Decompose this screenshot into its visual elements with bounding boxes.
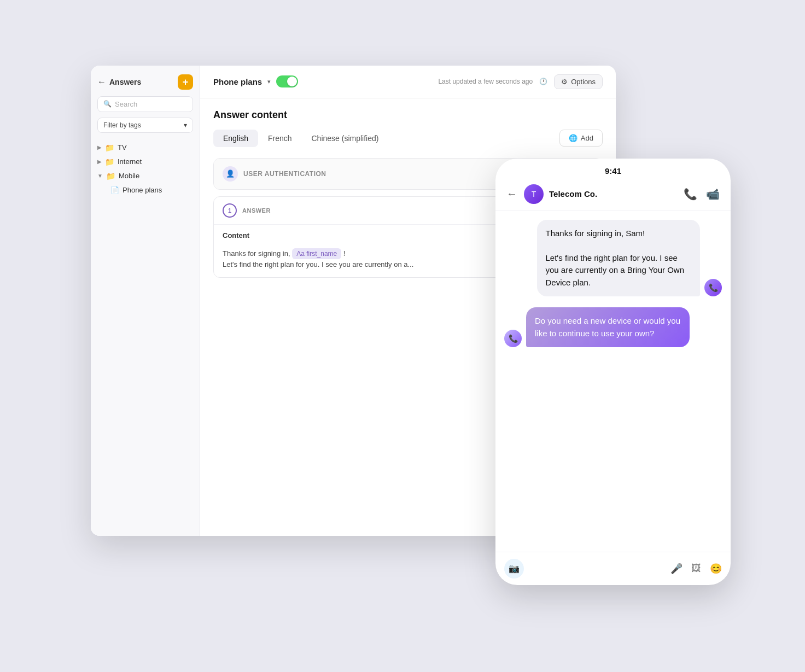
sidebar: ← Answers + 🔍 Search Filter by tags ▾ ▶ …: [91, 66, 200, 536]
last-updated-text: Last updated a few seconds ago: [438, 78, 533, 85]
sidebar-item-internet[interactable]: ▶ 📁 Internet: [91, 155, 200, 169]
chat-preview-window: 9:41 ← T Telecom Co. 📞 📹 Thanks for sign…: [495, 159, 731, 585]
sidebar-title: Answers: [109, 78, 141, 86]
add-language-label: Add: [581, 134, 593, 142]
user-auth-icon: 👤: [223, 166, 238, 182]
chat-back-icon[interactable]: ←: [506, 188, 517, 200]
camera-button[interactable]: 📷: [504, 559, 524, 578]
page-title-chevron-icon[interactable]: ▾: [267, 78, 271, 85]
variable-tag[interactable]: Aa first_name: [292, 248, 341, 259]
tab-chinese[interactable]: Chinese (simplified): [302, 130, 389, 147]
sidebar-item-phone-plans-label: Phone plans: [122, 186, 162, 194]
chat-status-bar: 9:41: [495, 159, 731, 180]
clock-icon: 🕐: [539, 78, 547, 85]
tab-french[interactable]: French: [258, 130, 302, 147]
user-message-bubble: Do you need a new device or would you li…: [526, 307, 690, 347]
chat-avatar: T: [524, 184, 544, 204]
doc-icon: 📄: [110, 186, 119, 194]
sidebar-header: ← Answers +: [91, 74, 200, 96]
sidebar-item-tv[interactable]: ▶ 📁 TV: [91, 141, 200, 155]
bot-avatar: 📞: [704, 279, 722, 296]
chevron-down-icon: ▼: [97, 173, 103, 179]
topbar-right: Last updated a few seconds ago 🕐 ⚙ Optio…: [438, 74, 603, 89]
back-arrow-icon: ←: [97, 77, 106, 87]
mic-icon[interactable]: 🎤: [670, 563, 682, 575]
chat-company-name: Telecom Co.: [549, 189, 684, 198]
section-header-left: 👤 USER AUTHENTICATION: [223, 166, 326, 182]
answer-number-icon: 1: [223, 203, 237, 218]
filter-tags-dropdown[interactable]: Filter by tags ▾: [97, 118, 193, 133]
content-text-after: !: [341, 249, 345, 258]
user-avatar: 📞: [504, 330, 522, 347]
search-placeholder: Search: [115, 100, 137, 108]
topbar-left: Phone plans ▾: [213, 75, 298, 87]
chevron-right-icon: ▶: [97, 159, 102, 165]
sidebar-item-mobile-label: Mobile: [119, 172, 139, 180]
bot-message-text: Thanks for signing in, Sam!Let's find th…: [546, 229, 684, 287]
gear-icon: ⚙: [561, 78, 568, 86]
options-button[interactable]: ⚙ Options: [554, 74, 603, 89]
chevron-right-icon: ▶: [97, 144, 102, 150]
sticker-icon[interactable]: 😊: [710, 563, 722, 575]
tab-english[interactable]: English: [213, 130, 258, 147]
phone-icon[interactable]: 📞: [684, 188, 697, 201]
bot-message-bubble: Thanks for signing in, Sam!Let's find th…: [537, 220, 701, 297]
language-tabs: English French Chinese (simplified) 🌐 Ad…: [213, 130, 603, 147]
video-icon[interactable]: 📹: [706, 188, 720, 201]
chat-header: ← T Telecom Co. 📞 📹: [495, 180, 731, 211]
sidebar-back-button[interactable]: ← Answers: [97, 77, 141, 87]
folder-icon: 📁: [106, 172, 115, 180]
sidebar-item-tv-label: TV: [118, 143, 127, 151]
folder-icon: 📁: [105, 157, 114, 166]
chat-messages: Thanks for signing in, Sam!Let's find th…: [495, 211, 731, 552]
filter-chevron-icon: ▾: [184, 121, 187, 129]
chat-action-icons: 📞 📹: [684, 188, 720, 201]
answer-label: ANSWER: [242, 207, 271, 214]
toggle-switch[interactable]: [276, 75, 298, 87]
topbar: Phone plans ▾ Last updated a few seconds…: [200, 66, 616, 98]
add-button[interactable]: +: [178, 74, 193, 90]
content-text-line2: Let's find the right plan for you. I see…: [223, 260, 413, 268]
filter-tags-label: Filter by tags: [103, 121, 141, 129]
search-box[interactable]: 🔍 Search: [97, 96, 193, 112]
globe-icon: 🌐: [569, 134, 578, 142]
add-language-button[interactable]: 🌐 Add: [559, 130, 603, 147]
user-message-text: Do you need a new device or would you li…: [535, 316, 680, 338]
sidebar-item-mobile[interactable]: ▼ 📁 Mobile: [91, 169, 200, 183]
sidebar-item-internet-label: Internet: [118, 157, 142, 166]
search-icon: 🔍: [103, 100, 112, 108]
content-text-before: Thanks for signing in,: [223, 249, 292, 258]
sidebar-item-phone-plans[interactable]: 📄 Phone plans: [91, 183, 200, 197]
page-title: Phone plans: [213, 77, 262, 86]
user-auth-title: USER AUTHENTICATION: [243, 170, 326, 178]
answer-content-title: Answer content: [213, 109, 603, 121]
bot-message-row: Thanks for signing in, Sam!Let's find th…: [504, 220, 722, 297]
chat-input-icons: 🎤 🖼 😊: [670, 563, 722, 575]
user-message-row: 📞 Do you need a new device or would you …: [504, 307, 722, 347]
chat-input-bar: 📷 🎤 🖼 😊: [495, 552, 731, 585]
image-icon[interactable]: 🖼: [691, 563, 701, 575]
folder-icon: 📁: [105, 143, 114, 152]
chat-time: 9:41: [605, 166, 621, 176]
options-label: Options: [571, 78, 596, 86]
